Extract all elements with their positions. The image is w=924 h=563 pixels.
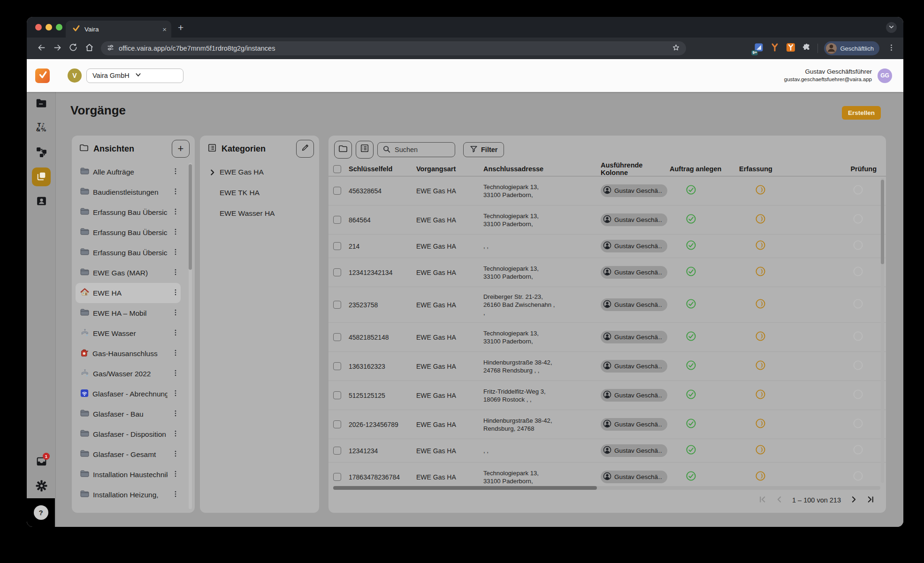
browser-menu-button[interactable] xyxy=(886,40,897,56)
kolonne-chip[interactable]: Gustav Geschä… xyxy=(601,418,667,431)
sidebar-view-item[interactable]: Glasfaser - Disposition xyxy=(76,424,181,444)
forward-button[interactable] xyxy=(49,40,65,56)
extensions-menu-button[interactable] xyxy=(802,44,811,53)
rail-settings-button[interactable] xyxy=(32,477,51,496)
kolonne-chip[interactable]: Gustav Geschä… xyxy=(601,298,667,311)
kebab-menu-icon[interactable] xyxy=(171,349,180,359)
category-item[interactable]: EWE Wasser HA xyxy=(200,203,319,224)
zoom-window-button[interactable] xyxy=(56,24,62,30)
rail-workflows-button[interactable] xyxy=(32,143,51,162)
kolonne-chip[interactable]: Gustav Geschä… xyxy=(601,266,667,279)
kebab-menu-icon[interactable] xyxy=(171,187,180,198)
row-checkbox[interactable] xyxy=(333,301,341,309)
kolonne-chip[interactable]: Gustav Geschä… xyxy=(601,471,667,483)
table-row[interactable]: 123412342134EWE Gas HATechnologiepark 13… xyxy=(328,258,886,287)
column-header-4[interactable]: Ausführende Kolonne xyxy=(601,161,670,176)
horizontal-scrollbar-track[interactable] xyxy=(333,486,880,490)
kebab-menu-icon[interactable] xyxy=(171,470,180,480)
sidebar-view-item[interactable]: Gas-Hausanschluss xyxy=(76,343,181,364)
row-checkbox[interactable] xyxy=(333,268,341,276)
sidebar-view-item[interactable]: EWE HA xyxy=(76,283,181,303)
kebab-menu-icon[interactable] xyxy=(171,389,180,399)
vaira-logo[interactable] xyxy=(35,68,50,83)
table-row[interactable]: 23523758EWE Gas HADreiberger Str. 21-23,… xyxy=(328,287,886,323)
sidebar-view-item[interactable]: Glasfaser - Gesamt xyxy=(76,444,181,464)
kolonne-chip[interactable]: Gustav Geschä… xyxy=(601,331,667,343)
reload-button[interactable] xyxy=(65,40,81,56)
table-row[interactable]: 456328654EWE Gas HATechnologiepark 13,33… xyxy=(328,176,886,205)
tab-search-button[interactable] xyxy=(886,22,897,33)
rail-contacts-button[interactable] xyxy=(32,192,51,211)
row-checkbox[interactable] xyxy=(333,391,341,399)
vertical-scrollbar-thumb[interactable] xyxy=(881,180,884,264)
kebab-menu-icon[interactable] xyxy=(171,207,180,218)
site-settings-icon[interactable] xyxy=(107,44,115,53)
column-header-5[interactable]: Auftrag anlegen xyxy=(670,165,739,173)
table-view-button[interactable] xyxy=(356,141,374,159)
kolonne-chip[interactable]: Gustav Geschä… xyxy=(601,184,667,197)
url-text[interactable]: office.vaira.app/o/c7be7mnm5f1rdro8tg2g/… xyxy=(119,45,667,52)
kolonne-chip[interactable]: Gustav Geschä… xyxy=(601,213,667,226)
horizontal-scrollbar-thumb[interactable] xyxy=(333,486,597,490)
category-item[interactable]: EWE TK HA xyxy=(200,183,319,203)
tab-close-icon[interactable]: × xyxy=(162,26,167,33)
row-checkbox[interactable] xyxy=(333,333,341,341)
row-checkbox[interactable] xyxy=(333,473,341,481)
table-row[interactable]: 864564EWE Gas HATechnologiepark 13,33100… xyxy=(328,205,886,235)
sidebar-view-item[interactable]: Erfassung Bau Übersicht xyxy=(76,222,181,243)
sidebar-view-item[interactable]: Glasfaser - Abrechnung xyxy=(76,384,181,404)
extension-orange-button[interactable] xyxy=(786,44,795,53)
previous-page-button[interactable] xyxy=(775,495,783,505)
search-input[interactable] xyxy=(394,145,450,154)
user-avatar[interactable]: GG xyxy=(878,68,892,83)
kolonne-chip[interactable]: Gustav Geschä… xyxy=(601,389,667,402)
table-row[interactable]: 17863478236784EWE Gas HATechnologiepark … xyxy=(328,463,886,484)
ansichten-scrollbar-thumb[interactable] xyxy=(189,164,192,270)
kebab-menu-icon[interactable] xyxy=(171,228,180,238)
organization-select[interactable]: Vaira GmbH xyxy=(86,68,183,83)
kebab-menu-icon[interactable] xyxy=(171,449,180,460)
column-header-3[interactable]: Anschlussadresse xyxy=(483,165,601,173)
kebab-menu-icon[interactable] xyxy=(171,490,180,500)
row-checkbox[interactable] xyxy=(333,187,341,195)
kebab-menu-icon[interactable] xyxy=(171,248,180,258)
create-button[interactable]: Erstellen xyxy=(842,106,881,120)
kebab-menu-icon[interactable] xyxy=(171,308,180,319)
table-row[interactable]: 2026-123456789EWE Gas HAHindenburgstraße… xyxy=(328,410,886,439)
back-button[interactable] xyxy=(33,40,49,56)
filter-button[interactable]: Filter xyxy=(463,142,504,157)
browser-profile-chip[interactable]: Geschäftlich xyxy=(824,41,879,55)
kebab-menu-icon[interactable] xyxy=(171,429,180,440)
kebab-menu-icon[interactable] xyxy=(171,369,180,379)
browser-tab[interactable]: Vaira × xyxy=(66,21,171,38)
rail-projects-button[interactable] xyxy=(32,95,51,114)
home-button[interactable] xyxy=(81,40,97,56)
column-header-6[interactable]: Erfassung xyxy=(739,165,810,173)
extension-slingshot-button[interactable] xyxy=(770,44,779,53)
minimize-window-button[interactable] xyxy=(46,24,52,30)
sidebar-view-item[interactable]: EWE HA – Mobil xyxy=(76,303,181,323)
table-row[interactable]: 12341234EWE Gas HA, ,Gustav Geschä… xyxy=(328,439,886,463)
add-view-button[interactable]: + xyxy=(172,140,190,158)
kebab-menu-icon[interactable] xyxy=(171,328,180,339)
row-checkbox[interactable] xyxy=(333,216,341,224)
kebab-menu-icon[interactable] xyxy=(171,288,180,298)
sidebar-view-item[interactable]: EWE Gas (MAR) xyxy=(76,263,181,283)
first-page-button[interactable] xyxy=(758,495,766,505)
kebab-menu-icon[interactable] xyxy=(171,268,180,278)
kebab-menu-icon[interactable] xyxy=(171,409,180,419)
row-checkbox[interactable] xyxy=(333,420,341,428)
sidebar-view-item[interactable]: Erfassung Bau Übersicht xyxy=(76,243,181,263)
edit-categories-button[interactable] xyxy=(296,140,314,158)
bookmark-star-icon[interactable] xyxy=(672,43,680,54)
sidebar-view-item[interactable]: EWE Wasser xyxy=(76,323,181,343)
column-header-1[interactable]: Schlüsselfeld xyxy=(349,165,416,173)
sidebar-view-item[interactable]: Baudienstleistungen xyxy=(76,182,181,202)
sidebar-view-item[interactable]: Gas/Wasser 2022 xyxy=(76,364,181,384)
search-box[interactable] xyxy=(377,142,455,157)
chevron-right-icon[interactable] xyxy=(208,169,216,176)
table-row[interactable]: 1363162323EWE Gas HAHindenburgstraße 38-… xyxy=(328,352,886,381)
table-row[interactable]: 45821852148EWE Gas HATechnologiepark 13,… xyxy=(328,323,886,352)
column-header-7[interactable]: Prüfung xyxy=(810,165,877,173)
table-row[interactable]: 5125125125EWE Gas HAFritz-Triddelfitz-We… xyxy=(328,381,886,410)
